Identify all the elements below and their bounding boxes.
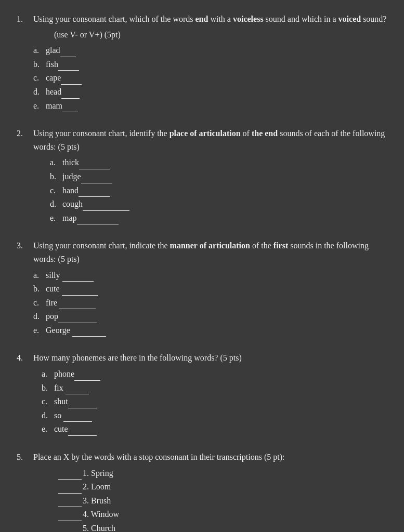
list-item: d. pop <box>33 309 387 323</box>
answer-blank[interactable] <box>68 394 97 408</box>
answer-blank[interactable] <box>60 43 76 57</box>
numbered-label: 5. Church <box>83 524 115 532</box>
word: so <box>54 411 61 420</box>
list-item: c. cape <box>33 71 387 85</box>
word: shut <box>54 397 68 406</box>
question-5-content: Place an X by the words with a stop cons… <box>33 450 387 532</box>
question-2-number: 2. <box>17 127 33 140</box>
question-5: 5. Place an X by the words with a stop c… <box>17 450 387 532</box>
question-5-list: 1. Spring 2. Loom 3. Brush 4. Window 5. … <box>58 466 387 532</box>
list-item: d. cough <box>50 197 387 211</box>
answer-blank[interactable] <box>77 211 119 225</box>
list-item: e. map <box>50 211 387 225</box>
list-item: a. silly <box>33 268 387 282</box>
list-item: d. head <box>33 85 387 99</box>
question-1: 1. Using your consonant chart, which of … <box>17 12 387 112</box>
word: phone <box>54 369 74 378</box>
answer-blank[interactable] <box>58 494 82 508</box>
word: fix <box>54 383 63 392</box>
answer-blank[interactable] <box>59 296 96 310</box>
word: glad <box>46 46 60 55</box>
question-5-row: 5. Place an X by the words with a stop c… <box>17 450 387 532</box>
answer-blank[interactable] <box>61 71 82 85</box>
word: cape <box>46 73 61 82</box>
word: fire <box>46 298 57 307</box>
word: cough <box>62 200 83 208</box>
answer-blank[interactable] <box>58 309 97 323</box>
answer-blank[interactable] <box>72 323 106 337</box>
answer-blank[interactable] <box>63 408 92 422</box>
word: head <box>46 87 61 96</box>
question-5-number: 5. <box>17 450 33 464</box>
list-item: 4. Window <box>58 507 387 521</box>
word: pop <box>46 312 58 321</box>
word: silly <box>46 271 60 280</box>
answer-blank[interactable] <box>58 507 82 521</box>
list-item: e. George <box>33 323 387 337</box>
question-3: 3. Using your consonant chart, indicate … <box>17 239 387 337</box>
word: mam <box>46 101 62 110</box>
answer-blank[interactable] <box>79 155 110 169</box>
word: cute <box>54 424 68 433</box>
list-item: c. fire <box>33 296 387 310</box>
question-1-row: 1. Using your consonant chart, which of … <box>17 12 387 112</box>
word: cute <box>46 284 60 293</box>
answer-blank[interactable] <box>62 282 98 296</box>
word: fish <box>46 60 58 69</box>
list-item: b. judge <box>50 169 387 183</box>
list-item: d. so <box>42 408 387 422</box>
list-item: b. fish <box>33 57 387 71</box>
question-4: 4. How many phonemes are there in the fo… <box>17 351 387 436</box>
question-3-list: a. silly b. cute c. fire d. pop <box>33 268 387 337</box>
word: thick <box>62 158 79 167</box>
list-item: 2. Loom <box>58 480 387 494</box>
question-1-content: Using your consonant chart, which of the… <box>33 12 387 112</box>
answer-blank[interactable] <box>66 381 89 395</box>
answer-blank[interactable] <box>62 268 94 282</box>
word: hand <box>62 186 79 195</box>
question-4-text: How many phonemes are there in the follo… <box>33 351 387 365</box>
question-4-row: 4. How many phonemes are there in the fo… <box>17 351 387 436</box>
list-item: 5. Church <box>58 521 387 532</box>
answer-blank[interactable] <box>58 480 82 494</box>
list-item: 3. Brush <box>58 494 387 508</box>
answer-blank[interactable] <box>62 99 78 113</box>
question-5-text: Place an X by the words with a stop cons… <box>33 450 387 464</box>
list-item: 1. Spring <box>58 466 387 480</box>
numbered-label: 4. Window <box>83 510 119 518</box>
answer-blank[interactable] <box>58 57 79 71</box>
question-3-content: Using your consonant chart, indicate the… <box>33 239 387 337</box>
answer-blank[interactable] <box>79 183 110 197</box>
question-3-text: Using your consonant chart, indicate the… <box>33 239 387 265</box>
answer-blank[interactable] <box>74 367 100 381</box>
numbered-label: 3. Brush <box>83 496 111 505</box>
question-3-number: 3. <box>17 239 33 252</box>
question-2-content: Using your consonant chart, identify the… <box>33 127 387 224</box>
question-4-number: 4. <box>17 351 33 365</box>
numbered-label: 2. Loom <box>83 482 111 491</box>
answer-blank[interactable] <box>68 422 97 436</box>
list-item: c. shut <box>42 394 387 408</box>
list-item: e. cute <box>42 422 387 436</box>
question-1-list: a. glad b. fish c. cape d. head <box>33 43 387 112</box>
list-item: b. cute <box>33 282 387 296</box>
answer-blank[interactable] <box>83 197 129 211</box>
exam-content: 1. Using your consonant chart, which of … <box>17 12 387 532</box>
question-2-list: a. thick b. judge c. hand d. cough <box>50 155 387 224</box>
list-item: a. phone <box>42 367 387 381</box>
answer-blank[interactable] <box>81 169 112 183</box>
question-1-number: 1. <box>17 12 33 26</box>
question-1-subtext: (use V- or V+) (5pt) <box>54 28 387 42</box>
list-item: a. thick <box>50 155 387 169</box>
answer-blank[interactable] <box>58 521 82 532</box>
word: George <box>46 326 70 335</box>
question-2: 2. Using your consonant chart, identify … <box>17 127 387 224</box>
answer-blank[interactable] <box>61 85 80 99</box>
list-item: b. fix <box>42 381 387 395</box>
question-4-list: a. phone b. fix c. shut d. so <box>42 367 387 436</box>
word: map <box>62 214 77 222</box>
question-2-row: 2. Using your consonant chart, identify … <box>17 127 387 224</box>
word: judge <box>62 172 81 181</box>
answer-blank[interactable] <box>58 466 82 480</box>
question-2-text: Using your consonant chart, identify the… <box>33 127 387 153</box>
